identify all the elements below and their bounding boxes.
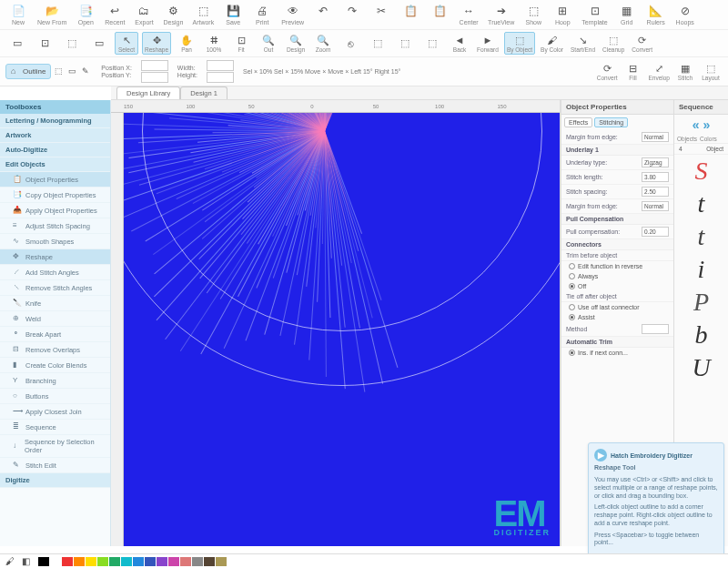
ribbon-recent[interactable]: ↩Recent: [102, 3, 127, 26]
tool-btn[interactable]: ⬚: [393, 36, 417, 51]
ribbon-artwork[interactable]: ⬚Artwork: [189, 3, 217, 26]
stitch-spacing-input[interactable]: 2.50: [642, 187, 669, 197]
tab-design-library[interactable]: Design Library: [116, 86, 180, 99]
tool-design[interactable]: 🔍Design: [284, 33, 308, 54]
sequence-nav[interactable]: « »: [674, 115, 728, 135]
toolbox-apply-closest-join[interactable]: ⟶Apply Closest Join: [0, 404, 110, 420]
tool-cleanup[interactable]: ⬚Cleanup: [601, 33, 626, 54]
ribbon-rulers[interactable]: 📐Rulers: [643, 3, 669, 26]
ribbon-export[interactable]: 🗂Export: [131, 3, 157, 26]
ribbon-hoop[interactable]: ⊞Hoop: [550, 3, 575, 26]
ribbon-template[interactable]: ⊡Template: [579, 3, 610, 26]
tab-design-1[interactable]: Design 1: [180, 86, 228, 99]
toolbox-weld[interactable]: ⊕Weld: [0, 311, 110, 327]
auto-check[interactable]: Ins. if next conn...: [561, 348, 673, 358]
swatch[interactable]: [109, 557, 120, 566]
ribbon-trueview[interactable]: ➔TrueView: [485, 3, 517, 26]
conn-radio-assist[interactable]: Assist: [561, 312, 673, 322]
pull-input[interactable]: 0.20: [642, 227, 669, 237]
height-input[interactable]: [207, 72, 234, 83]
swatch[interactable]: [145, 557, 156, 566]
method-select[interactable]: [642, 324, 669, 334]
conn-radio-reverse[interactable]: Edit function in reverse: [561, 261, 673, 271]
posx-input[interactable]: [141, 60, 168, 71]
tool-by color[interactable]: 🖌By Color: [539, 33, 565, 54]
tool-zoom[interactable]: 🔍Zoom: [311, 33, 335, 54]
swatch[interactable]: [74, 557, 85, 566]
tool-fit[interactable]: ⊡Fit: [229, 33, 253, 54]
r3-stitch[interactable]: ▦Stitch: [673, 61, 697, 82]
sequence-item-6[interactable]: U: [674, 351, 728, 384]
ribbon-action[interactable]: 📋: [427, 3, 452, 26]
ribbon-action[interactable]: ↶: [310, 3, 336, 26]
tool-convert[interactable]: ⟳Convert: [630, 33, 654, 54]
palette-picker-icon[interactable]: ◧: [22, 556, 35, 567]
toolbox-reshape[interactable]: ✥Reshape: [0, 249, 110, 265]
r3-layout[interactable]: ⬚Layout: [699, 61, 723, 82]
sequence-item-4[interactable]: P: [674, 286, 728, 319]
swatch[interactable]: [50, 557, 61, 566]
tool-icon[interactable]: ✎: [82, 66, 92, 76]
ribbon-print[interactable]: 🖨Print: [249, 3, 275, 26]
design-canvas[interactable]: EM DIGITIZER: [124, 113, 560, 546]
tool-out[interactable]: 🔍Out: [257, 33, 280, 54]
stitch-length-input[interactable]: 3.80: [642, 172, 669, 182]
ribbon-open[interactable]: 📑Open: [73, 3, 98, 26]
sequence-item-1[interactable]: t: [674, 188, 728, 220]
ribbon-center[interactable]: ↔Center: [456, 3, 481, 26]
toolbox-buttons[interactable]: ○Buttons: [0, 389, 110, 404]
ribbon-action[interactable]: ↷: [339, 3, 365, 26]
tab-effects[interactable]: Effects: [564, 117, 592, 127]
tool-by object[interactable]: ⬚By Object: [504, 32, 535, 55]
ribbon-show[interactable]: ⬚Show: [521, 3, 546, 26]
ribbon-save[interactable]: 💾Save: [220, 3, 246, 26]
toolbox-digitize[interactable]: Digitize: [0, 473, 110, 488]
margin2-select[interactable]: Normal: [642, 201, 669, 211]
ribbon-preview[interactable]: 👁Preview: [278, 3, 307, 26]
tool-start/end[interactable]: ↘Start/End: [569, 33, 597, 54]
tool-icon[interactable]: ▭: [68, 66, 78, 76]
toolbox-remove-stitch-angles[interactable]: ⟍Remove Stitch Angles: [0, 280, 110, 296]
ribbon-hoops[interactable]: ⊘Hoops: [672, 3, 698, 26]
ribbon-action[interactable]: ✂: [369, 3, 394, 26]
r3-convert[interactable]: ⟳Convert: [595, 61, 620, 82]
margin-select[interactable]: Normal: [642, 132, 669, 142]
toolbox-object-properties[interactable]: 📋Object Properties: [0, 172, 110, 188]
sequence-item-3[interactable]: i: [674, 253, 728, 286]
tool-btn[interactable]: ▭: [5, 36, 29, 51]
tool-pan[interactable]: ✋Pan: [175, 33, 198, 54]
swatch[interactable]: [192, 557, 203, 566]
toolbox-sequence[interactable]: ≣Sequence: [0, 420, 110, 435]
tool-reshape[interactable]: ✥Reshape: [142, 32, 171, 55]
swatch[interactable]: [86, 557, 96, 566]
sequence-item-0[interactable]: S: [674, 155, 728, 188]
toolbox-lettering-monogramming[interactable]: Lettering / Monogramming: [0, 114, 110, 128]
swatch[interactable]: [204, 557, 215, 566]
toolbox-create-color-blends[interactable]: ▮Create Color Blends: [0, 358, 110, 373]
tool-btn[interactable]: ▭: [87, 36, 111, 51]
tool-back[interactable]: ◄Back: [448, 33, 471, 54]
width-input[interactable]: [207, 60, 234, 71]
tool-btn[interactable]: ⬚: [420, 36, 444, 51]
swatch[interactable]: [62, 557, 73, 566]
tool-btn[interactable]: ⬚: [60, 36, 84, 51]
seq-tab-colors[interactable]: Colors: [700, 136, 717, 142]
sequence-item-5[interactable]: b: [674, 319, 728, 351]
ribbon-new[interactable]: 📄New: [5, 3, 31, 26]
toolbox-break-apart[interactable]: ⚬Break Apart: [0, 327, 110, 342]
toolbox-add-stitch-angles[interactable]: ⟋Add Stitch Angles: [0, 265, 110, 280]
tool-100%[interactable]: ⵌ100%: [202, 33, 226, 54]
swatch[interactable]: [168, 557, 179, 566]
swatch[interactable]: [97, 557, 108, 566]
toolbox-remove-overlaps[interactable]: ⊟Remove Overlaps: [0, 342, 110, 358]
tool-btn[interactable]: ⬚: [366, 36, 389, 51]
r3-fill[interactable]: ⊟Fill: [622, 61, 645, 82]
swatch[interactable]: [133, 557, 144, 566]
toolbox-knife[interactable]: 🔪Knife: [0, 296, 110, 311]
ribbon-new from[interactable]: 📂New From: [35, 3, 69, 26]
underlay-type-select[interactable]: Zigzag: [642, 157, 669, 167]
tab-stitching[interactable]: Stitching: [594, 117, 628, 127]
swatch[interactable]: [216, 557, 227, 566]
toolbox-edit-objects[interactable]: Edit Objects: [0, 157, 110, 172]
tool-btn[interactable]: ⎋: [339, 36, 362, 51]
